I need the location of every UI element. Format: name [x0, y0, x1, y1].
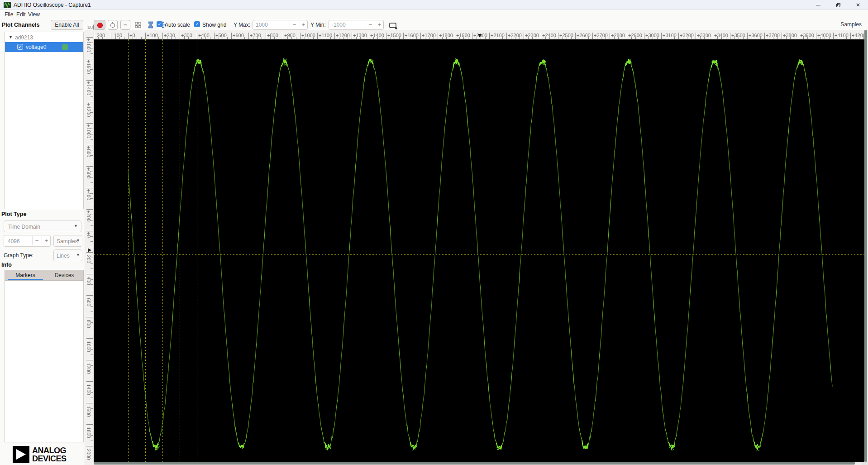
toolbar: ✓ Auto scale ✓ Show grid Y Max: − + Y Mi… [84, 19, 868, 31]
vertical-scrollbar[interactable] [864, 30, 868, 462]
app-icon [4, 1, 11, 9]
y-min-increment-button[interactable]: + [375, 20, 384, 29]
y-max-increment-button[interactable]: + [299, 20, 308, 29]
logo-text-analog: ANALOG [32, 446, 66, 455]
restore-icon [836, 3, 840, 7]
record-icon [97, 23, 103, 28]
tab-devices[interactable]: Devices [45, 270, 84, 280]
minus-icon [122, 22, 129, 28]
graph-type-dropdown[interactable]: Lines ▼ [53, 249, 82, 261]
graph-type-value: Lines [57, 253, 70, 259]
x-axis-unit-label: Samples [840, 21, 862, 28]
plot-type-dropdown[interactable]: Time Domain ▼ [4, 221, 81, 232]
expander-icon[interactable]: ▼ [9, 35, 13, 39]
horizontal-scrollbar-thumb[interactable] [94, 462, 855, 465]
close-icon: ✕ [856, 2, 860, 8]
sample-count-spinbox: 4096 − + [4, 235, 51, 247]
channel-name: voltage0 [26, 44, 46, 50]
title-bar: ADI IIO Oscilloscope - Capture1 ✕ [0, 0, 868, 10]
y-min-spinbox: − + [329, 20, 384, 30]
vertical-scrollbar-thumb[interactable] [864, 30, 867, 462]
plot-region [84, 30, 868, 465]
grid-four-icon [135, 22, 141, 28]
menu-edit[interactable]: Edit [14, 11, 28, 18]
channel-color-swatch[interactable] [62, 44, 68, 50]
menu-bar: File Edit View [0, 10, 868, 19]
y-min-label: Y Min: [310, 22, 326, 28]
channel-tree: ▼ ad9213 ✓ voltage0 [5, 32, 84, 209]
device-name: ad9213 [15, 34, 33, 41]
hourglass-icon [148, 21, 154, 29]
sample-count-decrement-button[interactable]: − [32, 236, 41, 245]
enable-all-button[interactable]: Enable All [51, 20, 83, 30]
plot-type-label: Plot Type [1, 211, 26, 217]
analog-devices-logo-icon [13, 446, 29, 463]
sidebar: ▼ ad9213 ✓ voltage0 Plot Type Time Domai… [0, 31, 84, 465]
minimize-button[interactable] [808, 0, 828, 10]
tab-markers[interactable]: Markers [6, 270, 45, 280]
logo-text-devices: DEVICES [32, 455, 67, 463]
sample-unit-dropdown[interactable]: Samples ▼ [53, 235, 82, 247]
waveform-canvas[interactable] [84, 30, 864, 465]
plot-type-value: Time Domain [8, 224, 40, 230]
auto-scale-checkbox[interactable]: ✓ [157, 21, 162, 27]
channel-checkbox[interactable]: ✓ [17, 44, 23, 50]
zoom-out-button[interactable] [120, 20, 130, 30]
menu-file[interactable]: File [3, 11, 15, 18]
y-max-input[interactable] [256, 21, 287, 29]
chevron-down-icon: ▼ [76, 253, 80, 257]
channel-row-voltage0[interactable]: ✓ voltage0 [5, 42, 83, 52]
restore-button[interactable] [828, 0, 848, 10]
horizontal-scrollbar[interactable] [94, 462, 862, 465]
markers-panel [5, 281, 84, 442]
sample-count-increment-button[interactable]: + [42, 236, 51, 245]
capture-record-button[interactable] [94, 20, 105, 30]
show-grid-label: Show grid [202, 22, 226, 28]
y-max-decrement-button[interactable]: − [290, 20, 299, 29]
sample-unit-value: Samples [57, 238, 78, 244]
y-max-spinbox: − + [253, 20, 308, 30]
chevron-down-icon: ▼ [76, 238, 80, 243]
plot-channels-label: Plot Channels [2, 22, 39, 28]
info-tabs: Markers Devices [5, 270, 84, 281]
menu-view[interactable]: View [26, 11, 42, 18]
minimize-icon [816, 5, 820, 5]
show-grid-checkbox[interactable]: ✓ [194, 21, 200, 27]
close-button[interactable]: ✕ [848, 0, 868, 10]
stopwatch-icon [110, 22, 116, 28]
y-min-input[interactable] [332, 21, 363, 29]
trigger-settings-button[interactable] [146, 20, 156, 30]
app-window: ADI IIO Oscilloscope - Capture1 ✕ File E… [0, 0, 868, 465]
device-row[interactable]: ▼ ad9213 [5, 33, 83, 42]
y-min-decrement-button[interactable]: − [366, 20, 375, 29]
window-title: ADI IIO Oscilloscope - Capture1 [14, 2, 91, 8]
auto-scale-label: Auto scale [165, 22, 190, 28]
zoom-in-button[interactable] [108, 20, 118, 30]
chevron-down-icon: ▼ [74, 224, 78, 228]
zoom-fit-button[interactable] [133, 20, 143, 30]
graph-type-label: Graph Type: [4, 252, 33, 259]
sidebar-header: Plot Channels Enable All [0, 19, 84, 31]
scrollbar-corner [862, 462, 868, 465]
info-label: Info [1, 262, 12, 268]
y-max-label: Y Max: [234, 22, 250, 28]
sample-count-value[interactable]: 4096 [8, 238, 20, 244]
